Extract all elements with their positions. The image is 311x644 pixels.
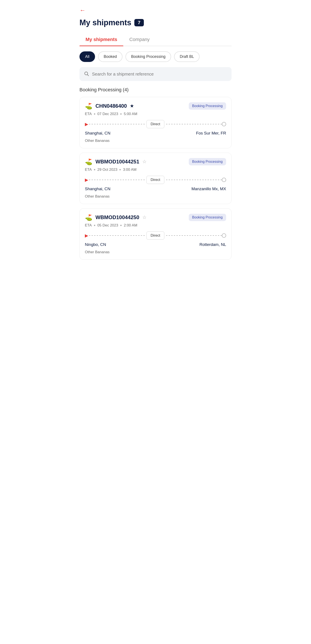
eta-time: 2:00 AM (124, 223, 137, 228)
card-id-row: ⛳ WBMOD10044250 ☆ (85, 214, 147, 221)
filter-booked[interactable]: Booked (98, 52, 122, 62)
separator (94, 225, 95, 226)
route-line-right (166, 235, 222, 236)
star-icon[interactable]: ★ (130, 103, 134, 109)
cargo-type: Other Bananas (85, 250, 226, 254)
destination-port: Rotterdam, NL (199, 242, 226, 247)
shipment-card[interactable]: ⛳ CHN0486400 ★ Booking Processing ETA 07… (80, 97, 232, 148)
eta-row: ETA 05 Dec 2023 2:00 AM (85, 223, 226, 228)
origin-icon: ▶ (85, 233, 88, 238)
route-line-left (89, 124, 145, 124)
ports-row: Ningbo, CN Rotterdam, NL (85, 242, 226, 247)
route-row: ▶ Direct (85, 120, 226, 128)
direct-button[interactable]: Direct (146, 120, 164, 128)
section-title: Booking Processing (4) (80, 87, 232, 92)
ports-row: Shanghai, CN Fos Sur Mer, FR (85, 131, 226, 136)
tab-my-shipments[interactable]: My shipments (80, 33, 123, 46)
header: ← My shipments 7 My shipments Company (74, 0, 238, 46)
separator (120, 169, 121, 170)
route-row: ▶ Direct (85, 232, 226, 240)
filter-pills: All Booked Booking Processing Draft BL (80, 52, 232, 62)
star-icon[interactable]: ☆ (142, 159, 147, 164)
route-line-right (166, 180, 222, 180)
separator (120, 113, 122, 115)
destination-port: Fos Sur Mer, FR (196, 131, 226, 136)
eta-date: 29 Oct 2023 (98, 168, 118, 172)
origin-port: Shanghai, CN (85, 186, 110, 191)
tab-bar: My shipments Company (80, 33, 232, 46)
filter-all[interactable]: All (80, 52, 95, 62)
separator (94, 113, 95, 115)
origin-port: Shanghai, CN (85, 131, 110, 136)
route-line-left (89, 235, 145, 236)
status-badge: Booking Processing (189, 158, 226, 165)
title-row: My shipments 7 (80, 18, 232, 27)
cargo-type: Other Bananas (85, 194, 226, 198)
card-id-row: ⛳ WBMOD10044251 ☆ (85, 158, 147, 165)
card-header: ⛳ WBMOD10044250 ☆ Booking Processing (85, 214, 226, 221)
back-button[interactable]: ← (80, 7, 86, 14)
main-content: All Booked Booking Processing Draft BL B… (74, 46, 238, 269)
origin-port: Ningbo, CN (85, 242, 106, 247)
destination-port: Manzanillo Mx, MX (192, 186, 226, 191)
destination-icon (222, 122, 226, 126)
eta-label: ETA (85, 223, 92, 228)
status-badge: Booking Processing (189, 214, 226, 221)
route-row: ▶ Direct (85, 176, 226, 184)
star-icon[interactable]: ☆ (142, 214, 147, 220)
shipment-id: WBMOD10044251 (96, 159, 139, 165)
card-header: ⛳ CHN0486400 ★ Booking Processing (85, 102, 226, 110)
ship-icon: ⛳ (85, 214, 92, 221)
shipment-card[interactable]: ⛳ WBMOD10044251 ☆ Booking Processing ETA… (80, 153, 232, 204)
ship-icon: ⛳ (85, 158, 92, 165)
eta-date: 07 Dec 2023 (98, 112, 118, 116)
search-input[interactable] (92, 72, 227, 77)
direct-button[interactable]: Direct (146, 232, 164, 240)
destination-icon (222, 178, 226, 182)
ship-icon: ⛳ (85, 102, 92, 110)
back-arrow-icon: ← (80, 7, 86, 14)
card-header: ⛳ WBMOD10044251 ☆ Booking Processing (85, 158, 226, 165)
route-line-right (166, 124, 222, 124)
tab-company[interactable]: Company (123, 33, 156, 46)
eta-label: ETA (85, 168, 92, 172)
route-line-left (89, 180, 145, 180)
destination-icon (222, 234, 226, 238)
eta-time: 5:00 AM (124, 112, 137, 116)
direct-button[interactable]: Direct (146, 176, 164, 184)
shipment-id: CHN0486400 (96, 103, 127, 109)
eta-row: ETA 07 Dec 2023 5:00 AM (85, 112, 226, 116)
eta-time: 3:00 AM (123, 168, 136, 172)
ports-row: Shanghai, CN Manzanillo Mx, MX (85, 186, 226, 191)
shipment-id: WBMOD10044250 (96, 214, 139, 220)
eta-label: ETA (85, 112, 92, 116)
separator (94, 169, 95, 170)
status-badge: Booking Processing (189, 102, 226, 110)
cargo-type: Other Bananas (85, 138, 226, 143)
search-icon (84, 71, 89, 77)
origin-icon: ▶ (85, 177, 88, 182)
shipment-count-badge: 7 (134, 19, 144, 26)
eta-date: 05 Dec 2023 (98, 223, 118, 228)
card-id-row: ⛳ CHN0486400 ★ (85, 102, 134, 110)
origin-icon: ▶ (85, 122, 88, 127)
search-box[interactable] (80, 67, 232, 81)
filter-booking-processing[interactable]: Booking Processing (126, 52, 171, 62)
separator (120, 225, 122, 226)
filter-draft-bl[interactable]: Draft BL (174, 52, 200, 62)
svg-line-1 (88, 75, 89, 76)
shipment-card[interactable]: ⛳ WBMOD10044250 ☆ Booking Processing ETA… (80, 208, 232, 260)
eta-row: ETA 29 Oct 2023 3:00 AM (85, 168, 226, 172)
page-title: My shipments (80, 18, 131, 27)
